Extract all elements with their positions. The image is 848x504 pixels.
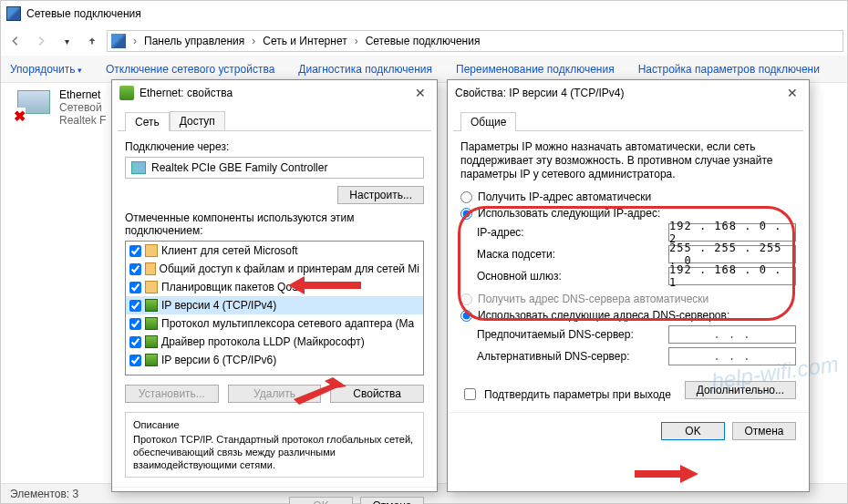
ip-address-label: IP-адрес: <box>477 226 524 239</box>
radio-manual-ip-input[interactable] <box>460 208 472 220</box>
cancel-button[interactable]: Отмена <box>732 422 796 440</box>
gateway-label: Основной шлюз: <box>477 270 562 283</box>
recent-button[interactable]: ▾ <box>56 30 78 52</box>
ip-address-input[interactable]: 192 . 168 . 0 . 2 <box>668 223 796 242</box>
arrow-up-icon <box>87 35 98 47</box>
chevron-right-icon: › <box>248 35 259 47</box>
subnet-mask-input[interactable]: 255 . 255 . 255 . 0 <box>668 245 796 263</box>
arrow-right-icon <box>36 35 47 47</box>
component-item[interactable]: IP версии 4 (TCP/IPv4) <box>126 296 423 314</box>
alt-dns-label: Альтернативный DNS-сервер: <box>477 350 630 363</box>
up-button[interactable] <box>81 30 103 52</box>
protocol-icon <box>145 299 158 312</box>
component-checkbox[interactable] <box>129 336 141 348</box>
close-button[interactable]: ✕ <box>411 86 429 100</box>
advanced-button[interactable]: Дополнительно... <box>685 381 796 399</box>
tab-network[interactable]: Сеть <box>125 112 170 131</box>
intro-text: Параметры IP можно назначать автоматичес… <box>460 140 796 181</box>
dialog-titlebar: Свойства: IP версии 4 (TCP/IPv4) ✕ <box>448 80 809 106</box>
tab-general[interactable]: Общие <box>460 112 516 131</box>
radio-manual-dns[interactable]: Использовать следующие адреса DNS-сервер… <box>460 309 796 322</box>
configure-button[interactable]: Настроить... <box>337 186 424 204</box>
component-checkbox[interactable] <box>129 245 141 257</box>
ok-button[interactable]: OK <box>289 497 353 504</box>
radio-auto-ip-label: Получить IP-адрес автоматически <box>478 190 651 203</box>
validate-checkbox-row[interactable]: Подтвердить параметры при выходе <box>460 386 671 403</box>
component-label: Драйвер протокола LLDP (Майкрософт) <box>161 335 365 348</box>
adapter-icon: ✖ <box>17 88 54 123</box>
arrow-left-icon <box>10 35 21 47</box>
nic-icon <box>131 161 146 174</box>
ok-button[interactable]: OK <box>661 422 725 440</box>
gateway-input[interactable]: 192 . 168 . 0 . 1 <box>668 267 796 285</box>
component-label: Клиент для сетей Microsoft <box>161 244 298 257</box>
component-item[interactable]: Общий доступ к файлам и принтерам для се… <box>126 260 423 278</box>
cmd-organize[interactable]: Упорядочить <box>10 63 82 76</box>
connect-using-label: Подключение через: <box>125 140 424 153</box>
component-checkbox[interactable] <box>129 300 141 312</box>
radio-auto-ip[interactable]: Получить IP-адрес автоматически <box>460 190 796 203</box>
crumb-network-internet[interactable]: Сеть и Интернет <box>263 35 346 47</box>
radio-auto-dns-label: Получить адрес DNS-сервера автоматически <box>478 293 708 305</box>
disconnected-icon: ✖ <box>14 108 26 125</box>
cmd-rename[interactable]: Переименование подключения <box>456 63 615 76</box>
component-checkbox[interactable] <box>129 282 141 293</box>
radio-manual-ip[interactable]: Использовать следующий IP-адрес: <box>460 207 796 220</box>
forward-button[interactable] <box>30 30 52 52</box>
component-item[interactable]: Клиент для сетей Microsoft <box>126 242 423 260</box>
adapter-name-value: Realtek PCIe GBE Family Controller <box>151 161 327 174</box>
ethernet-properties-dialog: Ethernet: свойства ✕ Сеть Доступ Подключ… <box>111 79 438 492</box>
description-box: Описание Протокол TCP/IP. Стандартный пр… <box>125 412 424 478</box>
components-list[interactable]: Клиент для сетей MicrosoftОбщий доступ к… <box>125 241 424 375</box>
chevron-right-icon: › <box>129 35 140 47</box>
dialog-title: Ethernet: свойства <box>140 87 233 99</box>
protocol-icon <box>145 335 158 348</box>
properties-button[interactable]: Свойства <box>330 385 424 403</box>
status-count: Элементов: 3 <box>10 488 78 500</box>
crumb-network-connections[interactable]: Сетевые подключения <box>366 35 481 47</box>
window-title: Сетевые подключения <box>26 7 141 20</box>
network-icon <box>6 6 21 21</box>
pref-dns-input[interactable]: . . . <box>668 325 796 344</box>
alt-dns-input[interactable]: . . . <box>668 347 796 365</box>
tab-sharing[interactable]: Доступ <box>170 111 225 130</box>
component-label: Протокол мультиплексора сетевого адаптер… <box>161 317 414 330</box>
component-item[interactable]: Протокол мультиплексора сетевого адаптер… <box>126 314 423 333</box>
pref-dns-label: Предпочитаемый DNS-сервер: <box>477 328 634 341</box>
validate-label: Подтвердить параметры при выходе <box>484 388 671 401</box>
install-button[interactable]: Установить... <box>125 385 219 403</box>
ipv4-properties-dialog: Свойства: IP версии 4 (TCP/IPv4) ✕ Общие… <box>447 79 810 492</box>
component-checkbox[interactable] <box>129 318 141 330</box>
radio-auto-dns: Получить адрес DNS-сервера автоматически <box>460 293 796 305</box>
address-bar[interactable]: › Панель управления › Сеть и Интернет › … <box>107 30 843 52</box>
component-item[interactable]: Драйвер протокола LLDP (Майкрософт) <box>126 333 423 351</box>
validate-checkbox[interactable] <box>464 388 476 400</box>
location-icon <box>111 34 126 48</box>
component-item[interactable]: Планировщик пакетов QoS <box>126 278 423 296</box>
remove-button[interactable]: Удалить <box>228 385 322 403</box>
adapter-ethernet[interactable]: ✖ Ethernet Сетевой Realtek F <box>17 88 106 127</box>
cmd-disable-device[interactable]: Отключение сетевого устройства <box>106 63 274 76</box>
dialog-title: Свойства: IP версии 4 (TCP/IPv4) <box>455 87 625 99</box>
explorer-titlebar: Сетевые подключения <box>1 1 847 26</box>
component-checkbox[interactable] <box>129 263 141 275</box>
radio-manual-dns-input[interactable] <box>460 310 472 322</box>
back-button[interactable] <box>5 30 26 52</box>
crumb-control-panel[interactable]: Панель управления <box>144 35 244 47</box>
service-icon <box>145 262 156 275</box>
component-checkbox[interactable] <box>129 355 141 366</box>
radio-auto-ip-input[interactable] <box>460 191 472 203</box>
description-text: Протокол TCP/IP. Стандартный протокол гл… <box>133 433 416 471</box>
component-label: IP версии 4 (TCP/IPv4) <box>161 299 276 312</box>
component-item[interactable]: IP версии 6 (TCP/IPv6) <box>126 351 423 369</box>
adapter-name: Ethernet <box>59 88 106 101</box>
cancel-button[interactable]: Отмена <box>360 497 424 504</box>
cmd-diagnose[interactable]: Диагностика подключения <box>298 63 432 76</box>
adapter-field: Realtek PCIe GBE Family Controller <box>125 157 424 179</box>
address-bar-row: ▾ › Панель управления › Сеть и Интернет … <box>1 26 847 56</box>
tabs: Общие <box>453 108 803 131</box>
components-label: Отмеченные компоненты используются этим … <box>125 211 424 237</box>
close-button[interactable]: ✕ <box>783 86 801 100</box>
component-label: Планировщик пакетов QoS <box>161 281 299 293</box>
cmd-settings[interactable]: Настройка параметров подключени <box>638 63 820 76</box>
